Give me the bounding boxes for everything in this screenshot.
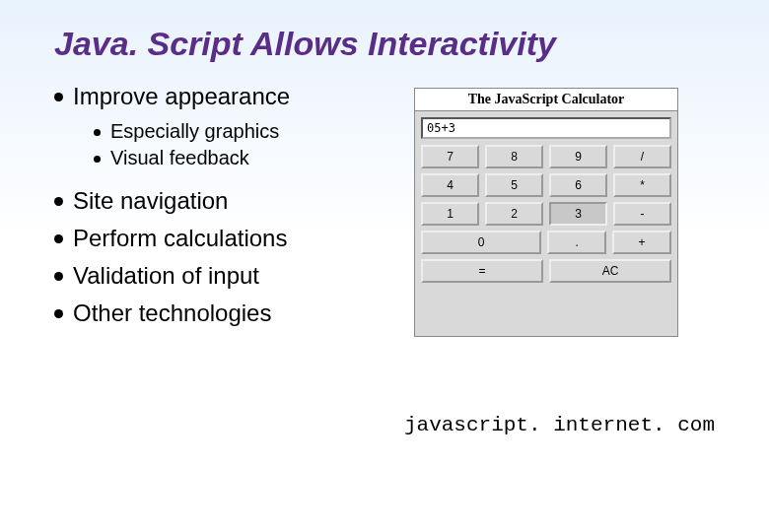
key-multiply[interactable]: * xyxy=(613,173,671,197)
bullet-text: Visual feedback xyxy=(110,147,249,169)
key-2[interactable]: 2 xyxy=(485,202,543,226)
bullet-text: Validation of input xyxy=(73,262,259,290)
bullet-icon xyxy=(54,234,63,243)
bullet-list: Improve appearance Especially graphics V… xyxy=(0,83,394,337)
key-8[interactable]: 8 xyxy=(485,145,543,168)
key-6[interactable]: 6 xyxy=(549,173,607,197)
list-item: Especially graphics xyxy=(94,120,394,143)
bullet-icon xyxy=(54,309,63,318)
bullet-text: Site navigation xyxy=(73,187,228,215)
calculator-display[interactable]: 05+3 xyxy=(421,117,671,139)
slide-content: Improve appearance Especially graphics V… xyxy=(0,63,769,337)
bullet-icon xyxy=(54,93,63,101)
bullet-text: Perform calculations xyxy=(73,225,287,252)
list-item: Other technologies xyxy=(54,299,394,327)
list-item: Improve appearance xyxy=(54,83,394,110)
key-9[interactable]: 9 xyxy=(549,145,607,168)
source-caption: javascript. internet. com xyxy=(404,414,715,436)
calculator-body: 05+3 7 8 9 / 4 5 6 * 1 2 3 - 0 . xyxy=(415,111,677,294)
calculator-row: 1 2 3 - xyxy=(421,202,671,226)
key-ac[interactable]: AC xyxy=(549,259,671,283)
bullet-icon xyxy=(54,197,63,206)
bullet-group: Site navigation Perform calculations Val… xyxy=(54,187,394,327)
key-4[interactable]: 4 xyxy=(421,173,479,197)
key-minus[interactable]: - xyxy=(613,202,671,226)
bullet-icon xyxy=(94,129,101,136)
bullet-icon xyxy=(94,156,101,163)
calculator-row: 4 5 6 * xyxy=(421,173,671,197)
key-0[interactable]: 0 xyxy=(421,231,541,254)
slide-title: Java. Script Allows Interactivity xyxy=(0,0,769,63)
list-item: Validation of input xyxy=(54,262,394,290)
key-divide[interactable]: / xyxy=(613,145,671,168)
bullet-text: Especially graphics xyxy=(110,120,279,143)
list-item: Perform calculations xyxy=(54,225,394,252)
bullet-icon xyxy=(54,272,63,281)
key-3[interactable]: 3 xyxy=(549,202,607,226)
bullet-text: Improve appearance xyxy=(73,83,290,110)
key-7[interactable]: 7 xyxy=(421,145,479,168)
calculator-row: = AC xyxy=(421,259,671,283)
key-plus[interactable]: + xyxy=(612,231,671,254)
list-item: Visual feedback xyxy=(94,147,394,169)
calculator-row: 0 . + xyxy=(421,231,671,254)
calculator-title: The JavaScript Calculator xyxy=(415,89,677,111)
calculator-widget: The JavaScript Calculator 05+3 7 8 9 / 4… xyxy=(414,88,678,337)
list-item: Site navigation xyxy=(54,187,394,215)
calculator-row: 7 8 9 / xyxy=(421,145,671,168)
key-1[interactable]: 1 xyxy=(421,202,479,226)
key-5[interactable]: 5 xyxy=(485,173,543,197)
key-dot[interactable]: . xyxy=(547,231,606,254)
key-equals[interactable]: = xyxy=(421,259,543,283)
bullet-text: Other technologies xyxy=(73,299,271,327)
